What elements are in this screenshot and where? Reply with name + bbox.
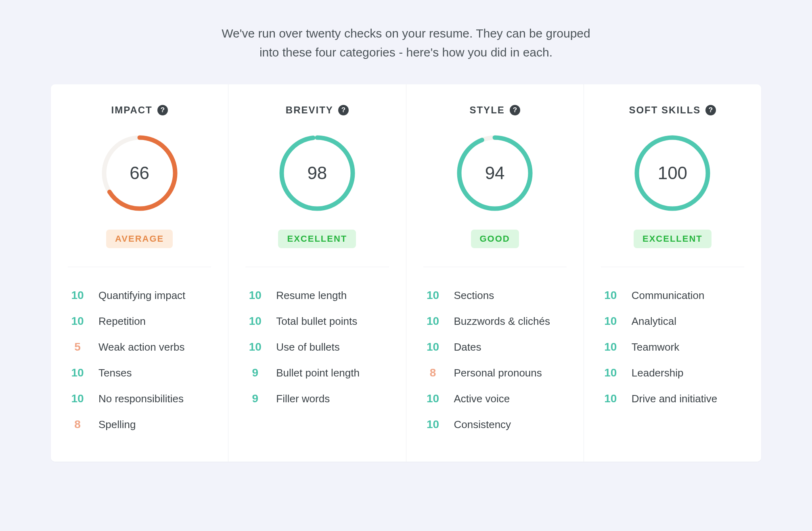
check-row[interactable]: 10Consistency — [423, 412, 567, 437]
category-card: STYLE?94GOOD10Sections10Buzzwords & clic… — [406, 84, 584, 462]
check-label: Dates — [454, 341, 481, 353]
check-row[interactable]: 8Spelling — [68, 412, 211, 437]
check-row[interactable]: 10Buzzwords & clichés — [423, 308, 567, 334]
check-row[interactable]: 10Use of bullets — [245, 334, 389, 360]
status-badge: EXCELLENT — [278, 230, 356, 248]
check-row[interactable]: 10Teamwork — [601, 334, 744, 360]
divider — [245, 267, 389, 267]
check-label: Filler words — [276, 393, 330, 405]
card-header: STYLE? — [423, 105, 567, 116]
intro-line-2: into these four categories - here's how … — [260, 46, 552, 59]
intro-line-1: We've run over twenty checks on your res… — [222, 27, 590, 40]
check-score: 10 — [245, 341, 265, 353]
check-row[interactable]: 9Filler words — [245, 386, 389, 412]
badge-wrap: EXCELLENT — [245, 230, 389, 248]
check-row[interactable]: 10Communication — [601, 282, 744, 308]
check-label: Sections — [454, 289, 494, 302]
check-label: Teamwork — [632, 341, 679, 353]
status-badge: GOOD — [471, 230, 519, 248]
check-label: No responsibilities — [98, 393, 184, 405]
checks-list: 10Sections10Buzzwords & clichés10Dates8P… — [423, 282, 567, 437]
check-score: 10 — [68, 366, 87, 379]
help-icon[interactable]: ? — [510, 105, 520, 115]
score-ring: 66 — [102, 135, 178, 211]
check-score: 10 — [423, 392, 443, 405]
card-header: IMPACT? — [68, 105, 211, 116]
check-row[interactable]: 10Resume length — [245, 282, 389, 308]
check-row[interactable]: 10Tenses — [68, 360, 211, 386]
check-row[interactable]: 10Sections — [423, 282, 567, 308]
check-label: Spelling — [98, 418, 136, 431]
check-label: Active voice — [454, 393, 510, 405]
check-score: 10 — [601, 366, 620, 379]
card-title: BREVITY — [286, 105, 333, 116]
check-score: 10 — [68, 392, 87, 405]
badge-wrap: AVERAGE — [68, 230, 211, 248]
check-row[interactable]: 9Bullet point length — [245, 360, 389, 386]
check-score: 10 — [601, 392, 620, 405]
check-label: Bullet point length — [276, 367, 360, 379]
score-ring-wrap: 66 — [68, 135, 211, 211]
check-row[interactable]: 10Active voice — [423, 386, 567, 412]
check-label: Leadership — [632, 367, 684, 379]
svg-text:?: ? — [161, 106, 165, 114]
score-ring: 98 — [279, 135, 355, 211]
check-row[interactable]: 10Repetition — [68, 308, 211, 334]
check-row[interactable]: 10Analytical — [601, 308, 744, 334]
score-ring-wrap: 98 — [245, 135, 389, 211]
check-score: 10 — [68, 315, 87, 328]
check-label: Use of bullets — [276, 341, 340, 353]
check-row[interactable]: 10Quantifying impact — [68, 282, 211, 308]
check-row[interactable]: 8Personal pronouns — [423, 360, 567, 386]
card-title: SOFT SKILLS — [629, 105, 701, 116]
check-label: Communication — [632, 289, 705, 302]
help-icon[interactable]: ? — [705, 105, 716, 115]
check-score: 9 — [245, 392, 265, 405]
score-value: 98 — [279, 135, 355, 211]
check-label: Analytical — [632, 315, 676, 328]
check-score: 10 — [245, 289, 265, 302]
category-cards: IMPACT?66AVERAGE10Quantifying impact10Re… — [51, 84, 761, 462]
check-label: Personal pronouns — [454, 367, 542, 379]
score-value: 100 — [634, 135, 710, 211]
score-value: 66 — [102, 135, 178, 211]
check-score: 5 — [68, 341, 87, 353]
category-card: SOFT SKILLS?100EXCELLENT10Communication1… — [584, 84, 761, 462]
divider — [601, 267, 744, 267]
card-title: IMPACT — [111, 105, 153, 116]
help-icon[interactable]: ? — [338, 105, 349, 115]
check-label: Repetition — [98, 315, 146, 328]
check-score: 10 — [423, 289, 443, 302]
resume-check-panel: We've run over twenty checks on your res… — [0, 0, 812, 462]
check-label: Quantifying impact — [98, 289, 185, 302]
check-row[interactable]: 10Dates — [423, 334, 567, 360]
check-row[interactable]: 10Drive and initiative — [601, 386, 744, 412]
divider — [68, 267, 211, 267]
score-ring-wrap: 94 — [423, 135, 567, 211]
checks-list: 10Quantifying impact10Repetition5Weak ac… — [68, 282, 211, 437]
score-value: 94 — [457, 135, 533, 211]
status-badge: EXCELLENT — [634, 230, 712, 248]
check-score: 10 — [423, 341, 443, 353]
check-score: 10 — [423, 418, 443, 431]
checks-list: 10Resume length10Total bullet points10Us… — [245, 282, 389, 412]
status-badge: AVERAGE — [106, 230, 173, 248]
check-row[interactable]: 10Total bullet points — [245, 308, 389, 334]
svg-text:?: ? — [341, 106, 345, 114]
check-label: Drive and initiative — [632, 393, 717, 405]
check-score: 10 — [601, 315, 620, 328]
checks-list: 10Communication10Analytical10Teamwork10L… — [601, 282, 744, 412]
score-ring: 100 — [634, 135, 710, 211]
check-row[interactable]: 10No responsibilities — [68, 386, 211, 412]
check-row[interactable]: 5Weak action verbs — [68, 334, 211, 360]
check-score: 8 — [68, 418, 87, 431]
card-title: STYLE — [469, 105, 504, 116]
check-row[interactable]: 10Leadership — [601, 360, 744, 386]
intro-text: We've run over twenty checks on your res… — [20, 24, 792, 62]
check-score: 10 — [423, 315, 443, 328]
help-icon[interactable]: ? — [157, 105, 168, 115]
divider — [423, 267, 567, 267]
score-ring-wrap: 100 — [601, 135, 744, 211]
card-header: SOFT SKILLS? — [601, 105, 744, 116]
badge-wrap: EXCELLENT — [601, 230, 744, 248]
